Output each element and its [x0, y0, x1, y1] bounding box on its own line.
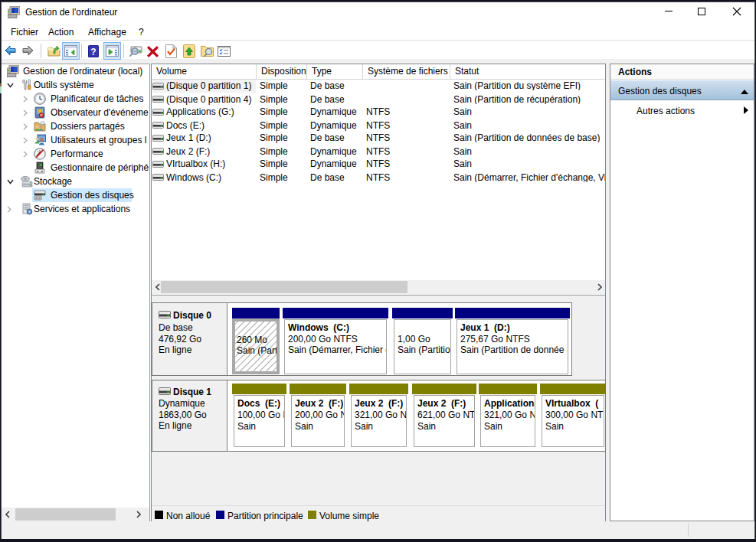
svg-text:?: ? — [90, 47, 96, 57]
